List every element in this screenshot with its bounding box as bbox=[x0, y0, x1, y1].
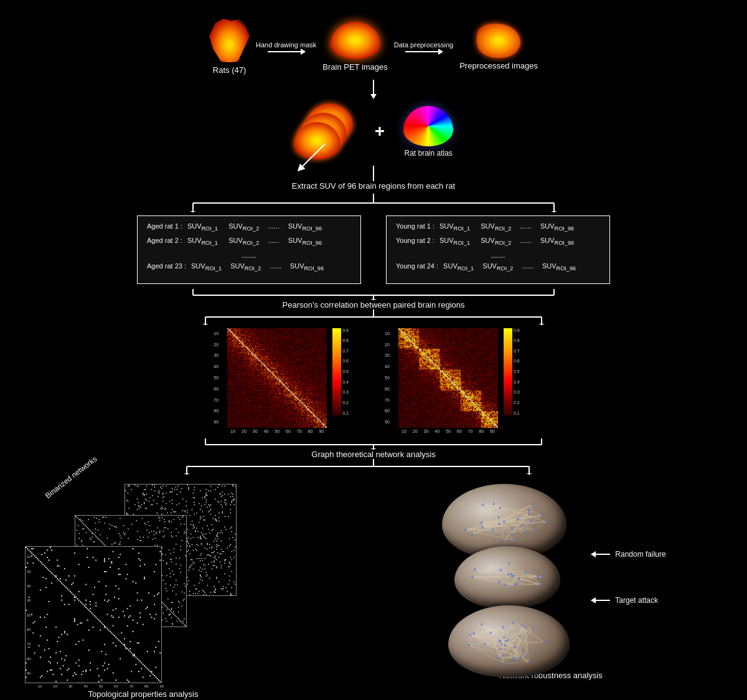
front-x-20: 20 bbox=[53, 684, 57, 688]
young-x-40: 40 bbox=[435, 429, 439, 433]
young-x-90: 90 bbox=[490, 429, 495, 433]
young-x-50: 50 bbox=[446, 429, 451, 433]
aged-y-40: 40 bbox=[214, 364, 218, 369]
arrow1-line bbox=[268, 51, 305, 52]
young-dots: ....... bbox=[396, 251, 600, 260]
young-rat2-suv96: SUVROI_96 bbox=[537, 237, 574, 246]
aged-cb-06: 0.6 bbox=[342, 359, 349, 363]
aged-x-60: 60 bbox=[286, 429, 291, 433]
extract-section: Extract SUV of 96 brain regions from eac… bbox=[12, 166, 735, 191]
graph-branch-top bbox=[137, 438, 610, 450]
svg-marker-12 bbox=[370, 299, 377, 300]
heatmap-branch-lines bbox=[12, 310, 735, 325]
random-failure-arrow bbox=[591, 554, 610, 555]
rats-label: Rats (47) bbox=[213, 65, 246, 75]
young-rat2-dots: ...... bbox=[516, 237, 531, 244]
young-x-70: 70 bbox=[468, 429, 473, 433]
arrow2-text: Data preprocessing bbox=[394, 41, 453, 49]
young-cb-07: 0.7 bbox=[514, 349, 520, 353]
preprocessed-image bbox=[477, 24, 520, 58]
pearson-branches bbox=[137, 289, 610, 300]
aged-y-50: 50 bbox=[214, 376, 218, 380]
sub-y24roi96: ROI_96 bbox=[557, 266, 576, 272]
aged-x-50: 50 bbox=[275, 429, 280, 433]
random-failure-arrowhead bbox=[591, 551, 596, 557]
aged-rat23-label: Aged rat 23 : bbox=[147, 262, 186, 270]
young-rat1-label: Young rat 1 : bbox=[396, 222, 435, 230]
arrow1-text: Hand drawing mask bbox=[256, 41, 316, 49]
young-y-90: 90 bbox=[385, 420, 390, 424]
young-x-10: 10 bbox=[402, 429, 406, 433]
top-pipeline-row: Rats (47) Hand drawing mask Brain PET im… bbox=[12, 19, 735, 75]
sub-roi1: ROI_1 bbox=[202, 225, 218, 232]
aged-colorbar-gradient bbox=[332, 328, 341, 415]
sub-roi96a: ROI_96 bbox=[302, 225, 322, 232]
atlas-image bbox=[403, 106, 453, 146]
random-failure-item: Random failure bbox=[591, 550, 665, 559]
aged-x-10: 10 bbox=[230, 429, 235, 433]
step-preprocessed: Preprocessed images bbox=[459, 24, 538, 70]
random-failure-label: Random failure bbox=[615, 550, 665, 559]
young-colorbar-labels: 0.9 0.8 0.7 0.6 0.5 0.4 0.3 0.2 0.1 bbox=[514, 328, 520, 415]
young-y-40: 40 bbox=[385, 364, 390, 369]
brain-middle bbox=[454, 546, 560, 608]
aged-rat2-suv96: SUVROI_96 bbox=[284, 237, 322, 246]
aged-cb-08: 0.8 bbox=[342, 338, 349, 343]
brains-and-labels: Random failure Target attack bbox=[436, 484, 665, 665]
bottom-row: Binarized networks 10 20 30 bbox=[25, 478, 722, 699]
sub-r2roi1: ROI_1 bbox=[202, 240, 218, 246]
sub-r23roi96: ROI_96 bbox=[304, 266, 324, 272]
graph-section: Graph theoretical network analysis bbox=[12, 438, 735, 459]
young-cb-06: 0.6 bbox=[514, 359, 520, 363]
young-x-20: 20 bbox=[413, 429, 418, 433]
aged-rat1-suv2: SUVROI_2 bbox=[223, 222, 259, 232]
step-brain-pet: Brain PET images bbox=[322, 22, 388, 72]
aged-rat2-dots: ...... bbox=[264, 237, 279, 244]
aged-y-labels: 10 20 30 40 50 60 70 80 90 bbox=[214, 328, 218, 428]
topo-label: Topological properties analysis bbox=[25, 689, 261, 699]
graph-top-svg bbox=[137, 438, 610, 450]
down-arrow-1 bbox=[12, 80, 735, 98]
aged-rat2-suv2: SUVROI_2 bbox=[223, 237, 259, 246]
young-heatmap-container: 10 20 30 40 50 60 70 80 90 10 20 30 bbox=[398, 328, 520, 433]
young-heatmap-canvas bbox=[398, 328, 498, 428]
young-cb-01: 0.1 bbox=[514, 411, 520, 415]
aged-cb-01: 0.1 bbox=[342, 411, 349, 415]
aged-cb-09: 0.9 bbox=[342, 328, 349, 333]
front-x-70: 70 bbox=[129, 684, 134, 688]
aged-rat1-suv96: SUVROI_96 bbox=[284, 222, 322, 232]
aged-colorbar: 0.9 0.8 0.7 0.6 0.5 0.4 0.3 0.2 0.1 bbox=[332, 328, 349, 415]
front-x-50: 50 bbox=[99, 684, 103, 688]
down-line-2 bbox=[373, 166, 374, 181]
sub-y1roi96: ROI_96 bbox=[555, 225, 575, 232]
young-rat24-suv96: SUVROI_96 bbox=[538, 262, 576, 272]
aged-y-30: 30 bbox=[214, 353, 218, 357]
young-table: Young rat 1 : SUVROI_1 SUVROI_2 ...... S… bbox=[386, 215, 610, 284]
svg-marker-7 bbox=[551, 211, 557, 212]
aged-rat1-dots: ...... bbox=[264, 222, 279, 230]
young-y-50: 50 bbox=[385, 376, 390, 380]
brain-pet-label: Brain PET images bbox=[322, 62, 388, 72]
aged-colorbar-labels: 0.9 0.8 0.7 0.6 0.5 0.4 0.3 0.2 0.1 bbox=[342, 328, 349, 415]
aged-y-60: 60 bbox=[214, 387, 218, 391]
aged-y-70: 70 bbox=[214, 398, 218, 402]
aged-dots: ....... bbox=[147, 251, 351, 260]
young-row-24: Young rat 24 : SUVROI_1 SUVROI_2 ...... … bbox=[396, 262, 600, 272]
arrow2-line bbox=[405, 51, 443, 52]
young-y-30: 30 bbox=[385, 353, 390, 357]
sub-r2roi2: ROI_2 bbox=[243, 240, 259, 246]
front-matrix-canvas bbox=[26, 547, 162, 683]
preprocessed-label: Preprocessed images bbox=[459, 61, 538, 70]
aged-heatmap-canvas bbox=[227, 328, 327, 428]
target-attack-arrow bbox=[591, 600, 610, 601]
aged-cb-07: 0.7 bbox=[342, 349, 349, 353]
young-cb-08: 0.8 bbox=[514, 338, 520, 343]
front-x-80: 80 bbox=[144, 684, 149, 688]
young-x-labels: 10 20 30 40 50 60 70 80 90 bbox=[398, 429, 498, 433]
heatmaps-row: 10 20 30 40 50 60 70 80 90 10 20 bbox=[12, 328, 735, 433]
young-row-2: Young rat 2 : SUVROI_1 SUVROI_2 ...... S… bbox=[396, 237, 600, 246]
young-rat1-suv1: SUVROI_1 bbox=[439, 222, 470, 232]
svg-marker-18 bbox=[538, 324, 545, 325]
young-y-60: 60 bbox=[385, 387, 390, 391]
aged-rat23-dots: ...... bbox=[266, 262, 281, 270]
